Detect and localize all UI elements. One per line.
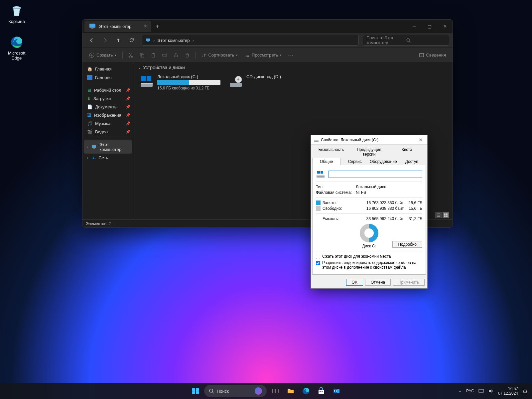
drive-d[interactable]: CD-дисковод (D:) bbox=[227, 73, 310, 92]
tab-sharing[interactable]: Доступ bbox=[398, 158, 426, 165]
toolbar-sort-button[interactable]: Сортировать ▾ bbox=[199, 51, 240, 59]
sidebar-item-gallery[interactable]: Галерея bbox=[84, 73, 132, 82]
rename-icon[interactable] bbox=[160, 51, 169, 60]
more-icon[interactable]: ··· bbox=[286, 51, 296, 60]
window-maximize-button[interactable]: ▢ bbox=[422, 20, 437, 33]
new-tab-button[interactable]: + bbox=[151, 23, 164, 30]
drive-free-text: 15,6 ГБ свободно из 31,2 ГБ bbox=[157, 86, 220, 90]
apply-button[interactable]: Применить bbox=[393, 279, 425, 286]
downloads-icon: ⬇ bbox=[87, 96, 91, 101]
drive-name: CD-дисковод (D:) bbox=[246, 74, 281, 79]
svg-rect-40 bbox=[272, 389, 275, 393]
view-tiles-button[interactable] bbox=[443, 212, 449, 218]
desktop-icon: 🖥 bbox=[87, 88, 91, 93]
view-details-button[interactable] bbox=[435, 212, 442, 218]
svg-point-0 bbox=[13, 6, 21, 8]
tab-hardware[interactable]: Оборудование bbox=[369, 158, 398, 165]
sidebar-item-network[interactable]: ›🖧Сеть bbox=[84, 154, 132, 162]
cd-drive-icon bbox=[228, 74, 243, 89]
toolbar-details-button[interactable]: Сведения bbox=[416, 51, 449, 59]
svg-rect-46 bbox=[322, 391, 323, 392]
tab-general[interactable]: Общие bbox=[312, 158, 341, 165]
svg-rect-41 bbox=[276, 389, 278, 393]
svg-point-24 bbox=[237, 78, 239, 80]
svg-rect-44 bbox=[319, 390, 324, 394]
delete-icon[interactable] bbox=[183, 51, 192, 60]
tab-quota[interactable]: Квота bbox=[388, 146, 426, 158]
svg-rect-37 bbox=[192, 391, 195, 394]
sidebar-item-videos[interactable]: 🎬Видео📌 bbox=[84, 128, 132, 136]
volume-icon[interactable] bbox=[488, 388, 494, 394]
cancel-button[interactable]: Отмена bbox=[365, 279, 391, 286]
compress-checkbox[interactable]: Сжать этот диск для экономии места bbox=[316, 254, 422, 259]
sidebar-item-thispc[interactable]: ›Этот компьютер bbox=[84, 140, 132, 154]
window-close-button[interactable]: ✕ bbox=[437, 20, 453, 33]
search-placeholder: Поиск в: Этот компьютер bbox=[366, 35, 406, 45]
desktop-icon-edge[interactable]: Microsoft Edge bbox=[3, 35, 30, 61]
index-checkbox[interactable]: Разрешить индексировать содержимое файло… bbox=[316, 260, 422, 270]
taskbar-explorer[interactable] bbox=[284, 384, 297, 398]
window-minimize-button[interactable]: ─ bbox=[407, 20, 422, 33]
explorer-tabstrip: Этот компьютер × + ─ ▢ ✕ bbox=[82, 20, 453, 33]
address-bar[interactable]: › Этот компьютер › bbox=[142, 35, 359, 46]
task-view-button[interactable] bbox=[269, 384, 282, 398]
svg-rect-13 bbox=[153, 53, 154, 54]
drive-icon bbox=[316, 170, 325, 179]
disk-cleanup-button[interactable]: Подробно bbox=[392, 241, 422, 248]
status-text: Элементов: 2 bbox=[86, 221, 111, 226]
capacity-row: Емкость: 33 565 962 240 байт 31,2 ГБ bbox=[316, 216, 422, 221]
taskbar-clock[interactable]: 16:57 07.12.2024 bbox=[498, 386, 518, 396]
network-icon: 🖧 bbox=[91, 155, 96, 160]
drive-c[interactable]: Локальный диск (C:) 15,6 ГБ свободно из … bbox=[138, 73, 221, 92]
tab-close-button[interactable]: × bbox=[144, 23, 147, 29]
nav-forward-button[interactable] bbox=[99, 35, 111, 46]
sidebar-item-pictures[interactable]: 🖼Изображения📌 bbox=[84, 111, 132, 119]
copy-icon[interactable] bbox=[137, 51, 147, 60]
breadcrumb[interactable]: Этот компьютер bbox=[157, 38, 190, 43]
cut-icon[interactable] bbox=[126, 51, 135, 60]
taskbar-store[interactable] bbox=[315, 384, 328, 398]
start-button[interactable] bbox=[189, 384, 202, 398]
tray-chevron-icon[interactable]: ︿ bbox=[458, 388, 462, 394]
tab-security[interactable]: Безопасность bbox=[312, 146, 350, 158]
svg-rect-25 bbox=[444, 213, 446, 215]
plus-circle-icon bbox=[89, 53, 94, 58]
svg-rect-15 bbox=[420, 54, 424, 57]
paste-icon[interactable] bbox=[149, 51, 158, 60]
taskbar-search[interactable]: Поиск bbox=[204, 385, 267, 397]
toolbar-create-button[interactable]: Создать ▾ bbox=[86, 51, 119, 59]
details-pane-icon bbox=[419, 53, 424, 58]
tab-previous-versions[interactable]: Предыдущие версии bbox=[350, 146, 388, 158]
network-icon[interactable] bbox=[478, 388, 484, 394]
drive-label-input[interactable] bbox=[329, 171, 422, 178]
sidebar-item-home[interactable]: 🏠Главная bbox=[84, 65, 132, 73]
svg-rect-30 bbox=[314, 140, 319, 141]
properties-titlebar[interactable]: Свойства: Локальный диск (C:) ✕ bbox=[311, 135, 427, 145]
svg-rect-42 bbox=[288, 390, 294, 393]
ok-button[interactable]: OK bbox=[346, 279, 363, 286]
dialog-close-button[interactable]: ✕ bbox=[417, 137, 425, 143]
nav-refresh-button[interactable] bbox=[126, 35, 138, 46]
svg-rect-45 bbox=[320, 391, 321, 392]
notifications-icon[interactable] bbox=[522, 388, 528, 394]
sidebar-item-documents[interactable]: 📄Документы📌 bbox=[84, 103, 132, 111]
group-header[interactable]: ⌄ Устройства и диски bbox=[138, 65, 449, 70]
language-indicator[interactable]: РУС bbox=[466, 389, 474, 393]
toolbar-view-button[interactable]: Просмотреть ▾ bbox=[242, 51, 284, 59]
tab-label: Этот компьютер bbox=[99, 24, 131, 29]
nav-up-button[interactable] bbox=[112, 35, 124, 46]
share-icon[interactable] bbox=[171, 51, 181, 60]
pin-icon: 📌 bbox=[126, 105, 130, 109]
desktop-icon-recycle-bin[interactable]: Корзина bbox=[3, 3, 30, 24]
sidebar-item-music[interactable]: 🎵Музыка📌 bbox=[84, 119, 132, 128]
sidebar-item-downloads[interactable]: ⬇Загрузки📌 bbox=[84, 94, 132, 103]
sidebar-item-desktop[interactable]: 🖥Рабочий стол📌 bbox=[84, 86, 132, 94]
explorer-search[interactable]: Поиск в: Этот компьютер bbox=[363, 35, 449, 46]
taskbar-outlook[interactable]: O bbox=[330, 384, 343, 398]
svg-rect-36 bbox=[196, 388, 199, 391]
pin-icon: 📌 bbox=[126, 88, 130, 92]
nav-back-button[interactable] bbox=[86, 35, 98, 46]
explorer-tab[interactable]: Этот компьютер × bbox=[84, 21, 151, 32]
taskbar-edge[interactable] bbox=[299, 384, 313, 398]
tab-tools[interactable]: Сервис bbox=[341, 158, 369, 165]
